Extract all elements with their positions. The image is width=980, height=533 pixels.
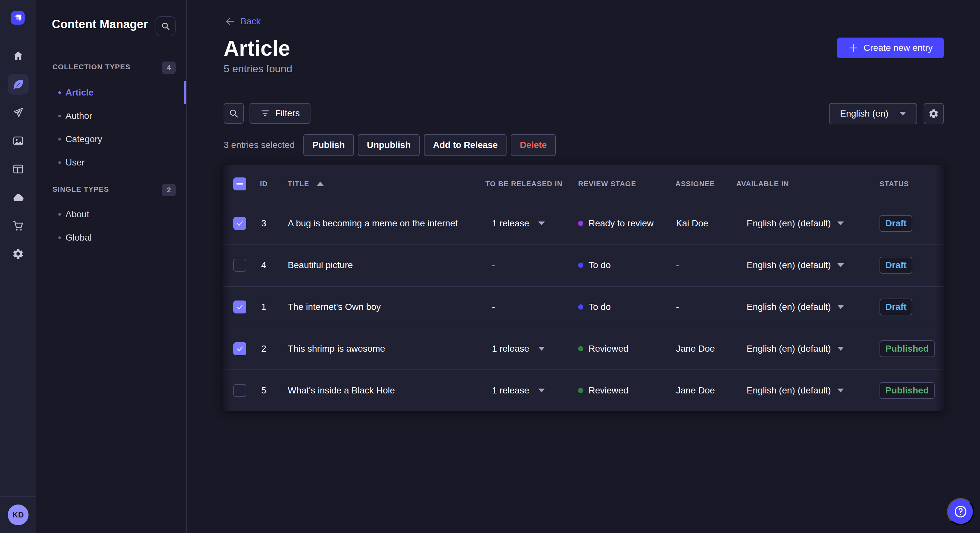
cell-to-be-released-in[interactable]: -: [492, 286, 495, 328]
locale-value: English (en): [840, 108, 888, 119]
cell-title: A bug is becoming a meme on the internet: [288, 203, 458, 244]
back-link[interactable]: Back: [225, 16, 261, 27]
table-row[interactable]: 1 The internet's Own boy - To do - Engli…: [223, 286, 944, 328]
column-header-title-label: TITLE: [288, 180, 309, 188]
locale-select[interactable]: English (en): [829, 103, 917, 124]
filters-button[interactable]: Filters: [250, 103, 310, 124]
locale-label: English (en) (default): [747, 218, 831, 228]
table-row[interactable]: 2 This shrimp is awesome 1 release Revie…: [223, 328, 944, 370]
cell-available-in[interactable]: English (en) (default): [747, 286, 844, 328]
stage-label: Ready to review: [589, 218, 654, 228]
subnav-search-button[interactable]: [156, 16, 176, 36]
sidebar-item-deploy[interactable]: [8, 187, 29, 208]
sidebar-item-content-manager[interactable]: [8, 74, 29, 95]
column-header-review-stage[interactable]: REVIEW STAGE: [578, 165, 636, 203]
column-header-id[interactable]: ID: [260, 165, 268, 203]
cell-to-be-released-in[interactable]: -: [492, 244, 495, 286]
column-header-status[interactable]: STATUS: [880, 165, 909, 203]
subnav-item-user[interactable]: User: [36, 151, 186, 174]
subnav-item-about[interactable]: About: [36, 203, 186, 226]
bullet-icon: [58, 236, 61, 239]
entries-count: 5 entries found: [224, 62, 292, 75]
bullet-icon: [58, 115, 61, 117]
avatar[interactable]: KD: [8, 504, 29, 525]
stage-dot: [578, 346, 583, 351]
back-label: Back: [240, 16, 261, 27]
cell-review-stage: Ready to review: [578, 203, 654, 244]
status-badge: Draft: [880, 215, 912, 232]
subnav-item-author[interactable]: Author: [36, 104, 186, 128]
sidebar-item-releases[interactable]: [8, 102, 29, 123]
delete-button[interactable]: Delete: [511, 134, 556, 156]
stage-label: Reviewed: [589, 385, 628, 396]
cell-available-in[interactable]: English (en) (default): [747, 203, 844, 244]
subnav-item-label: Category: [65, 134, 102, 144]
unpublish-button[interactable]: Unpublish: [358, 134, 420, 156]
sidebar-item-marketplace[interactable]: [8, 215, 29, 236]
entries-table: ID TITLE TO BE RELEASED IN REVIEW STAGE …: [223, 165, 944, 411]
plus-icon: [848, 43, 859, 53]
create-new-entry-button[interactable]: Create new entry: [837, 38, 944, 58]
cell-to-be-released-in[interactable]: 1 release: [492, 370, 545, 411]
cell-available-in[interactable]: English (en) (default): [747, 370, 844, 411]
strapi-logo[interactable]: [11, 11, 25, 25]
row-checkbox[interactable]: [233, 342, 246, 355]
status-badge: Published: [880, 382, 935, 399]
cell-available-in[interactable]: English (en) (default): [747, 244, 844, 286]
sidebar-item-media-library[interactable]: [8, 130, 29, 151]
subnav-item-global[interactable]: Global: [36, 226, 186, 249]
subnav-item-article[interactable]: Article: [36, 81, 186, 104]
cell-assignee: Jane Doe: [676, 370, 715, 411]
search-button[interactable]: [224, 103, 244, 124]
cell-assignee: -: [676, 286, 679, 328]
column-header-assignee[interactable]: ASSIGNEE: [675, 165, 715, 203]
subnav-divider: [52, 45, 67, 45]
rail-divider: [0, 36, 36, 36]
stage-dot: [578, 221, 583, 226]
status-badge: Published: [880, 340, 935, 357]
section-label-collection-types: COLLECTION TYPES: [52, 63, 130, 71]
arrow-left-icon: [225, 16, 235, 27]
cloud-icon: [12, 191, 24, 204]
chevron-down-icon: [837, 222, 844, 225]
table-row[interactable]: 5 What's inside a Black Hole 1 release R…: [223, 370, 944, 411]
cell-available-in[interactable]: English (en) (default): [747, 328, 844, 370]
row-checkbox[interactable]: [233, 300, 246, 314]
status-badge: Draft: [880, 257, 912, 274]
single-types-count-badge: 2: [162, 184, 176, 196]
column-header-available-in[interactable]: AVAILABLE IN: [736, 165, 789, 203]
table-row[interactable]: 4 Beautiful picture - To do - English (e…: [223, 244, 944, 286]
cell-id: 4: [261, 244, 266, 286]
select-all-checkbox[interactable]: [233, 178, 246, 190]
sidebar-item-settings[interactable]: [8, 244, 29, 264]
chevron-down-icon: [538, 347, 545, 351]
add-to-release-button[interactable]: Add to Release: [424, 134, 506, 156]
create-new-entry-label: Create new entry: [864, 43, 933, 53]
cell-id: 5: [261, 370, 266, 411]
sidebar-item-content-type-builder[interactable]: [8, 159, 29, 179]
column-header-title[interactable]: TITLE: [288, 165, 324, 203]
row-checkbox[interactable]: [233, 217, 246, 230]
cell-id: 1: [261, 286, 266, 328]
cell-to-be-released-in[interactable]: 1 release: [492, 203, 545, 244]
subnav-item-category[interactable]: Category: [36, 128, 186, 151]
active-indicator: [184, 81, 186, 104]
cell-review-stage: Reviewed: [578, 328, 628, 370]
publish-button[interactable]: Publish: [303, 134, 354, 156]
row-checkbox[interactable]: [233, 384, 246, 397]
cell-to-be-released-in[interactable]: 1 release: [492, 328, 545, 370]
stage-label: To do: [589, 260, 611, 270]
chevron-down-icon: [837, 347, 844, 351]
cell-review-stage: To do: [578, 286, 611, 328]
filters-label: Filters: [275, 108, 300, 119]
cell-status: Published: [880, 370, 935, 411]
help-button[interactable]: [947, 498, 974, 525]
status-badge: Draft: [880, 298, 912, 316]
table-row[interactable]: 3 A bug is becoming a meme on the intern…: [223, 203, 944, 244]
row-checkbox[interactable]: [233, 259, 246, 272]
column-header-to-be-released-in[interactable]: TO BE RELEASED IN: [485, 165, 563, 203]
stage-label: Reviewed: [589, 344, 628, 354]
list-settings-button[interactable]: [924, 103, 944, 124]
sidebar-item-home[interactable]: [8, 45, 29, 66]
gear-icon: [929, 108, 939, 119]
